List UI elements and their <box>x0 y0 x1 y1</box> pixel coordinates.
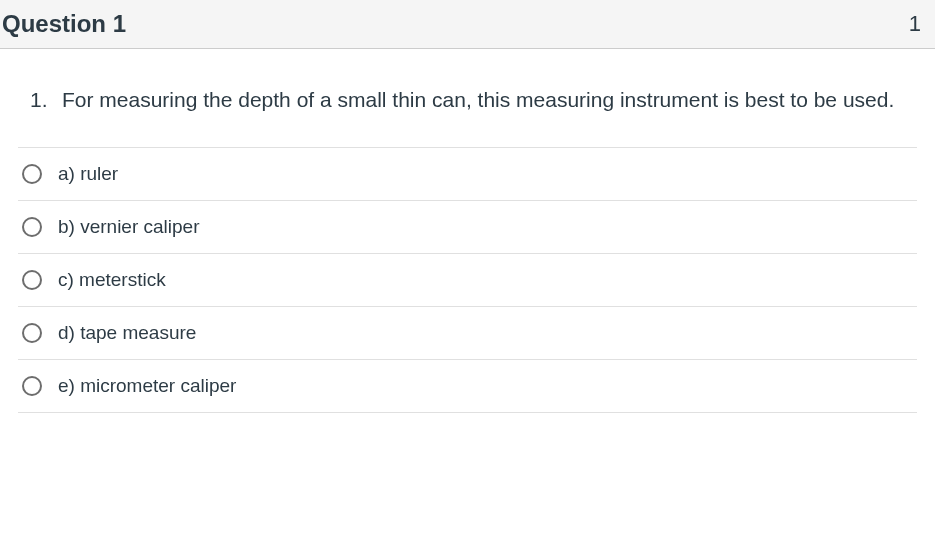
question-stem-text: For measuring the depth of a small thin … <box>62 85 917 115</box>
answers-list: a) ruler b) vernier caliper c) meterstic… <box>18 147 917 413</box>
radio-icon[interactable] <box>22 217 42 237</box>
radio-icon[interactable] <box>22 270 42 290</box>
question-points: 1 <box>909 11 921 37</box>
question-stem: 1. For measuring the depth of a small th… <box>18 85 917 115</box>
question-header: Question 1 1 <box>0 0 935 49</box>
answer-label: a) ruler <box>58 163 118 185</box>
answer-option-c[interactable]: c) meterstick <box>18 253 917 306</box>
answer-option-a[interactable]: a) ruler <box>18 147 917 200</box>
radio-icon[interactable] <box>22 376 42 396</box>
answer-label: b) vernier caliper <box>58 216 200 238</box>
answer-option-d[interactable]: d) tape measure <box>18 306 917 359</box>
question-stem-number: 1. <box>30 85 56 115</box>
answer-option-e[interactable]: e) micrometer caliper <box>18 359 917 413</box>
answer-label: e) micrometer caliper <box>58 375 236 397</box>
question-body: 1. For measuring the depth of a small th… <box>0 49 935 413</box>
radio-icon[interactable] <box>22 323 42 343</box>
answer-label: d) tape measure <box>58 322 196 344</box>
answer-label: c) meterstick <box>58 269 166 291</box>
question-title: Question 1 <box>2 10 126 38</box>
radio-icon[interactable] <box>22 164 42 184</box>
answer-option-b[interactable]: b) vernier caliper <box>18 200 917 253</box>
